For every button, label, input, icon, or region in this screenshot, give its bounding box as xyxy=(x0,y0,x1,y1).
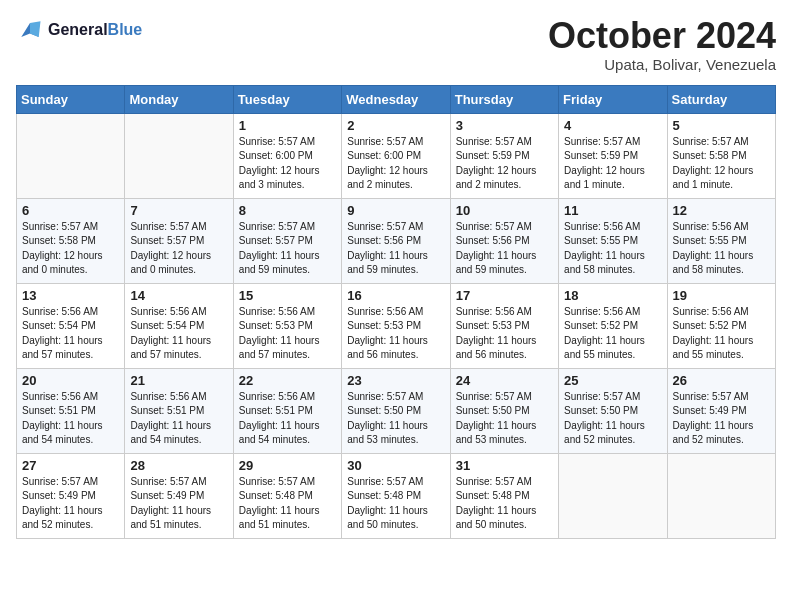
week-row-2: 6Sunrise: 5:57 AMSunset: 5:58 PMDaylight… xyxy=(17,198,776,283)
calendar-cell: 24Sunrise: 5:57 AMSunset: 5:50 PMDayligh… xyxy=(450,368,558,453)
cell-info: Sunrise: 5:57 AMSunset: 5:56 PMDaylight:… xyxy=(456,220,553,278)
day-number: 13 xyxy=(22,288,119,303)
weekday-header-wednesday: Wednesday xyxy=(342,85,450,113)
calendar-cell: 9Sunrise: 5:57 AMSunset: 5:56 PMDaylight… xyxy=(342,198,450,283)
calendar-table: SundayMondayTuesdayWednesdayThursdayFrid… xyxy=(16,85,776,539)
calendar-cell xyxy=(125,113,233,198)
calendar-cell: 8Sunrise: 5:57 AMSunset: 5:57 PMDaylight… xyxy=(233,198,341,283)
location: Upata, Bolivar, Venezuela xyxy=(548,56,776,73)
cell-info: Sunrise: 5:56 AMSunset: 5:53 PMDaylight:… xyxy=(347,305,444,363)
calendar-cell: 19Sunrise: 5:56 AMSunset: 5:52 PMDayligh… xyxy=(667,283,775,368)
calendar-cell: 16Sunrise: 5:56 AMSunset: 5:53 PMDayligh… xyxy=(342,283,450,368)
calendar-cell: 13Sunrise: 5:56 AMSunset: 5:54 PMDayligh… xyxy=(17,283,125,368)
cell-info: Sunrise: 5:56 AMSunset: 5:55 PMDaylight:… xyxy=(673,220,770,278)
day-number: 30 xyxy=(347,458,444,473)
calendar-cell: 5Sunrise: 5:57 AMSunset: 5:58 PMDaylight… xyxy=(667,113,775,198)
cell-info: Sunrise: 5:56 AMSunset: 5:51 PMDaylight:… xyxy=(130,390,227,448)
cell-info: Sunrise: 5:56 AMSunset: 5:51 PMDaylight:… xyxy=(239,390,336,448)
cell-info: Sunrise: 5:56 AMSunset: 5:52 PMDaylight:… xyxy=(673,305,770,363)
cell-info: Sunrise: 5:57 AMSunset: 5:49 PMDaylight:… xyxy=(130,475,227,533)
cell-info: Sunrise: 5:57 AMSunset: 5:57 PMDaylight:… xyxy=(130,220,227,278)
calendar-cell xyxy=(559,453,667,538)
calendar-cell: 26Sunrise: 5:57 AMSunset: 5:49 PMDayligh… xyxy=(667,368,775,453)
day-number: 28 xyxy=(130,458,227,473)
calendar-cell: 6Sunrise: 5:57 AMSunset: 5:58 PMDaylight… xyxy=(17,198,125,283)
day-number: 18 xyxy=(564,288,661,303)
calendar-cell: 20Sunrise: 5:56 AMSunset: 5:51 PMDayligh… xyxy=(17,368,125,453)
day-number: 2 xyxy=(347,118,444,133)
cell-info: Sunrise: 5:57 AMSunset: 5:49 PMDaylight:… xyxy=(673,390,770,448)
cell-info: Sunrise: 5:56 AMSunset: 5:54 PMDaylight:… xyxy=(130,305,227,363)
calendar-cell: 18Sunrise: 5:56 AMSunset: 5:52 PMDayligh… xyxy=(559,283,667,368)
calendar-cell: 14Sunrise: 5:56 AMSunset: 5:54 PMDayligh… xyxy=(125,283,233,368)
calendar-cell: 11Sunrise: 5:56 AMSunset: 5:55 PMDayligh… xyxy=(559,198,667,283)
week-row-4: 20Sunrise: 5:56 AMSunset: 5:51 PMDayligh… xyxy=(17,368,776,453)
week-row-3: 13Sunrise: 5:56 AMSunset: 5:54 PMDayligh… xyxy=(17,283,776,368)
calendar-cell: 29Sunrise: 5:57 AMSunset: 5:48 PMDayligh… xyxy=(233,453,341,538)
cell-info: Sunrise: 5:57 AMSunset: 5:48 PMDaylight:… xyxy=(239,475,336,533)
day-number: 21 xyxy=(130,373,227,388)
calendar-cell: 23Sunrise: 5:57 AMSunset: 5:50 PMDayligh… xyxy=(342,368,450,453)
calendar-cell: 12Sunrise: 5:56 AMSunset: 5:55 PMDayligh… xyxy=(667,198,775,283)
day-number: 15 xyxy=(239,288,336,303)
day-number: 16 xyxy=(347,288,444,303)
day-number: 31 xyxy=(456,458,553,473)
title-block: October 2024 Upata, Bolivar, Venezuela xyxy=(548,16,776,73)
logo-icon xyxy=(16,16,44,44)
calendar-cell xyxy=(17,113,125,198)
day-number: 10 xyxy=(456,203,553,218)
calendar-cell: 10Sunrise: 5:57 AMSunset: 5:56 PMDayligh… xyxy=(450,198,558,283)
logo-text: GeneralBlue xyxy=(48,20,142,39)
weekday-header-row: SundayMondayTuesdayWednesdayThursdayFrid… xyxy=(17,85,776,113)
calendar-cell: 31Sunrise: 5:57 AMSunset: 5:48 PMDayligh… xyxy=(450,453,558,538)
calendar-cell: 17Sunrise: 5:56 AMSunset: 5:53 PMDayligh… xyxy=(450,283,558,368)
cell-info: Sunrise: 5:57 AMSunset: 5:59 PMDaylight:… xyxy=(456,135,553,193)
cell-info: Sunrise: 5:57 AMSunset: 5:50 PMDaylight:… xyxy=(347,390,444,448)
weekday-header-friday: Friday xyxy=(559,85,667,113)
day-number: 22 xyxy=(239,373,336,388)
cell-info: Sunrise: 5:57 AMSunset: 5:59 PMDaylight:… xyxy=(564,135,661,193)
cell-info: Sunrise: 5:57 AMSunset: 5:50 PMDaylight:… xyxy=(564,390,661,448)
calendar-cell: 21Sunrise: 5:56 AMSunset: 5:51 PMDayligh… xyxy=(125,368,233,453)
calendar-cell: 27Sunrise: 5:57 AMSunset: 5:49 PMDayligh… xyxy=(17,453,125,538)
weekday-header-sunday: Sunday xyxy=(17,85,125,113)
day-number: 11 xyxy=(564,203,661,218)
month-title: October 2024 xyxy=(548,16,776,56)
calendar-cell xyxy=(667,453,775,538)
day-number: 14 xyxy=(130,288,227,303)
calendar-cell: 15Sunrise: 5:56 AMSunset: 5:53 PMDayligh… xyxy=(233,283,341,368)
svg-marker-1 xyxy=(30,21,41,37)
calendar-cell: 4Sunrise: 5:57 AMSunset: 5:59 PMDaylight… xyxy=(559,113,667,198)
cell-info: Sunrise: 5:57 AMSunset: 5:49 PMDaylight:… xyxy=(22,475,119,533)
cell-info: Sunrise: 5:57 AMSunset: 5:57 PMDaylight:… xyxy=(239,220,336,278)
day-number: 9 xyxy=(347,203,444,218)
day-number: 12 xyxy=(673,203,770,218)
day-number: 29 xyxy=(239,458,336,473)
cell-info: Sunrise: 5:57 AMSunset: 5:58 PMDaylight:… xyxy=(673,135,770,193)
cell-info: Sunrise: 5:57 AMSunset: 5:48 PMDaylight:… xyxy=(347,475,444,533)
calendar-cell: 22Sunrise: 5:56 AMSunset: 5:51 PMDayligh… xyxy=(233,368,341,453)
weekday-header-monday: Monday xyxy=(125,85,233,113)
weekday-header-saturday: Saturday xyxy=(667,85,775,113)
calendar-cell: 1Sunrise: 5:57 AMSunset: 6:00 PMDaylight… xyxy=(233,113,341,198)
cell-info: Sunrise: 5:56 AMSunset: 5:51 PMDaylight:… xyxy=(22,390,119,448)
day-number: 3 xyxy=(456,118,553,133)
calendar-cell: 30Sunrise: 5:57 AMSunset: 5:48 PMDayligh… xyxy=(342,453,450,538)
day-number: 25 xyxy=(564,373,661,388)
calendar-cell: 2Sunrise: 5:57 AMSunset: 6:00 PMDaylight… xyxy=(342,113,450,198)
weekday-header-tuesday: Tuesday xyxy=(233,85,341,113)
cell-info: Sunrise: 5:57 AMSunset: 6:00 PMDaylight:… xyxy=(239,135,336,193)
day-number: 20 xyxy=(22,373,119,388)
cell-info: Sunrise: 5:57 AMSunset: 5:50 PMDaylight:… xyxy=(456,390,553,448)
cell-info: Sunrise: 5:56 AMSunset: 5:54 PMDaylight:… xyxy=(22,305,119,363)
day-number: 7 xyxy=(130,203,227,218)
cell-info: Sunrise: 5:56 AMSunset: 5:55 PMDaylight:… xyxy=(564,220,661,278)
logo: GeneralBlue xyxy=(16,16,142,44)
day-number: 26 xyxy=(673,373,770,388)
page-header: GeneralBlue October 2024 Upata, Bolivar,… xyxy=(16,16,776,73)
cell-info: Sunrise: 5:57 AMSunset: 5:58 PMDaylight:… xyxy=(22,220,119,278)
weekday-header-thursday: Thursday xyxy=(450,85,558,113)
day-number: 6 xyxy=(22,203,119,218)
day-number: 27 xyxy=(22,458,119,473)
week-row-1: 1Sunrise: 5:57 AMSunset: 6:00 PMDaylight… xyxy=(17,113,776,198)
